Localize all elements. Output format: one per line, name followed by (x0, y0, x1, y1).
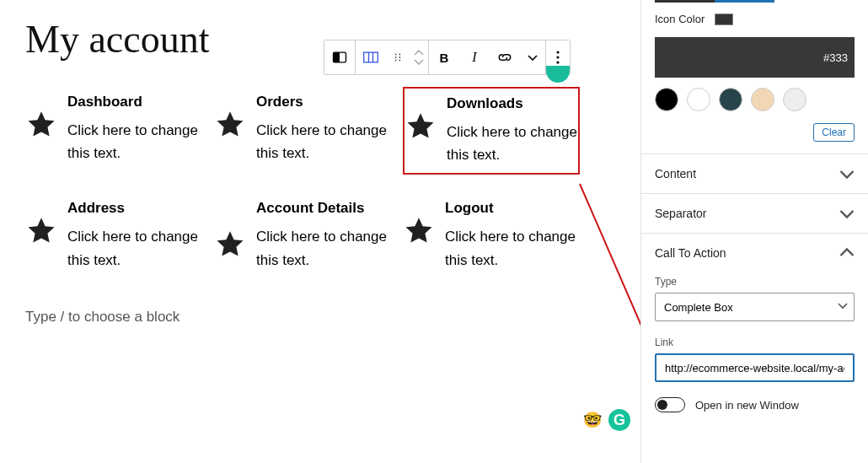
svg-point-11 (556, 51, 559, 53)
link-button[interactable] (490, 40, 520, 74)
block-type-button[interactable] (324, 40, 355, 74)
svg-point-6 (399, 54, 400, 56)
chevron-down-icon (839, 206, 855, 221)
swatch-white[interactable] (687, 88, 710, 111)
icon-color-label: Icon Color (655, 13, 705, 25)
svg-point-10 (399, 60, 400, 62)
chevron-down-icon (414, 58, 424, 65)
panel-label: Content (655, 167, 696, 180)
link-field-label: Link (655, 336, 855, 348)
toggle-knob (657, 400, 667, 410)
more-rich-text-button[interactable] (520, 40, 545, 74)
settings-sidebar: Icon Color #333 Clear Content Separator (640, 0, 868, 463)
toggle-label: Open in new Window (695, 399, 799, 412)
columns-icon (362, 49, 379, 66)
svg-point-12 (556, 56, 559, 58)
hex-value: #333 (823, 51, 848, 64)
star-icon (25, 215, 57, 247)
cta-link-input[interactable] (655, 353, 855, 382)
card-text: Click here to change this text. (447, 121, 578, 166)
star-icon (403, 215, 435, 247)
star-icon (25, 109, 57, 141)
open-new-window-toggle[interactable] (655, 397, 685, 412)
swatch-light-grey[interactable] (783, 88, 806, 111)
card-text: Click here to change this text. (67, 119, 202, 164)
panel-label: Separator (655, 207, 706, 220)
drag-handle-button[interactable] (386, 40, 410, 74)
italic-button[interactable]: I (459, 40, 490, 74)
card-text: Click here to change this text. (256, 119, 391, 164)
floating-helpers: 🤓 G (581, 409, 630, 431)
chevron-down-icon (839, 166, 855, 181)
kebab-icon (556, 51, 560, 64)
info-card-logout[interactable]: Logout Click here to change this text. (403, 193, 580, 277)
emoji-helper-icon[interactable]: 🤓 (581, 409, 603, 431)
clear-color-button[interactable]: Clear (813, 123, 855, 142)
panel-call-to-action[interactable]: Call To Action (641, 233, 868, 272)
info-card-address[interactable]: Address Click here to change this text. (25, 193, 202, 277)
svg-point-5 (395, 54, 397, 56)
star-icon (214, 229, 246, 261)
swatch-dark-teal[interactable] (719, 88, 742, 111)
svg-point-9 (395, 60, 397, 62)
info-card-downloads[interactable]: Downloads Click here to change this text… (403, 87, 580, 175)
card-title: Logout (445, 200, 580, 217)
svg-rect-1 (334, 52, 340, 62)
card-text: Click here to change this text. (67, 225, 202, 271)
info-card-account-details[interactable]: Account Details Click here to change thi… (214, 193, 391, 277)
info-card-dashboard[interactable]: Dashboard Click here to change this text… (25, 87, 202, 175)
chevron-up-icon (839, 245, 855, 261)
chevron-up-icon (414, 50, 424, 57)
card-title: Downloads (447, 95, 578, 112)
sidebar-tab-indicator (655, 0, 855, 3)
svg-rect-2 (364, 52, 378, 62)
card-text: Click here to change this text. (445, 225, 580, 271)
svg-point-7 (395, 57, 397, 58)
svg-point-8 (399, 57, 400, 58)
card-text: Click here to change this text. (256, 225, 391, 271)
star-icon (405, 110, 437, 143)
svg-point-13 (556, 61, 559, 63)
bold-button[interactable]: B (429, 40, 459, 74)
star-icon (214, 109, 246, 141)
panel-separator[interactable]: Separator (641, 193, 868, 233)
selection-handle[interactable] (546, 66, 570, 83)
info-card-orders[interactable]: Orders Click here to change this text. (214, 87, 391, 175)
hex-color-display[interactable]: #333 (655, 37, 855, 78)
split-square-icon (331, 49, 348, 66)
card-title: Dashboard (67, 94, 202, 110)
current-color-chip[interactable] (715, 13, 733, 25)
drag-dots-icon (392, 51, 404, 63)
card-title: Account Details (256, 200, 391, 217)
card-title: Address (67, 200, 202, 217)
panel-content[interactable]: Content (641, 153, 868, 193)
swatch-black[interactable] (655, 88, 678, 111)
color-swatches (641, 88, 868, 111)
chevron-down-icon (528, 54, 538, 61)
mover-buttons[interactable] (410, 40, 428, 74)
block-appender-prompt[interactable]: Type / to choose a block (25, 309, 615, 326)
block-toolbar: B I (324, 40, 571, 75)
link-icon (496, 49, 513, 66)
card-title: Orders (256, 94, 391, 110)
grammar-helper-icon[interactable]: G (608, 409, 630, 431)
panel-label: Call To Action (655, 246, 726, 260)
layout-button[interactable] (356, 40, 386, 74)
info-box-grid: Dashboard Click here to change this text… (25, 87, 615, 278)
type-field-label: Type (655, 276, 855, 288)
swatch-tan[interactable] (751, 88, 774, 111)
cta-type-select[interactable]: Complete Box (655, 293, 855, 321)
